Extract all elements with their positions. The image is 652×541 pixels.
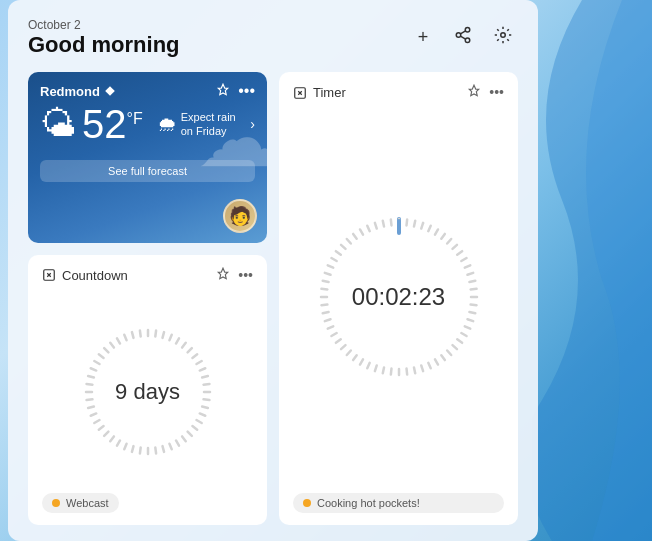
svg-line-79 [199,369,205,371]
svg-line-111 [98,355,103,359]
countdown-widget: Countdown ••• 9 days [28,255,267,526]
svg-line-98 [117,441,120,446]
svg-line-72 [162,332,164,338]
svg-line-88 [187,432,191,436]
svg-line-97 [124,444,126,450]
svg-line-40 [382,367,383,373]
timer-widget: Timer ••• 00:02 [279,72,518,525]
svg-line-42 [367,363,369,368]
svg-line-108 [88,376,94,378]
svg-line-52 [321,305,327,306]
share-button[interactable] [448,22,478,52]
svg-line-30 [452,345,456,349]
location-name: Redmond [40,84,100,99]
countdown-tag: Webcast [42,493,119,513]
svg-line-44 [353,355,357,360]
svg-line-20 [467,273,473,275]
weather-pin-icon[interactable] [216,83,230,100]
svg-line-14 [441,234,445,239]
svg-line-99 [110,437,114,442]
timer-title: Timer [293,85,346,100]
countdown-more-icon[interactable]: ••• [238,267,253,284]
settings-icon [494,26,512,49]
svg-line-73 [169,335,171,341]
temperature-value: 52 [82,102,127,146]
svg-line-41 [374,365,376,371]
widgets-panel: October 2 Good morning + [8,0,538,541]
svg-line-80 [202,376,208,378]
svg-line-115 [124,335,126,341]
svg-line-59 [335,251,340,255]
svg-line-100 [104,432,108,436]
rain-icon: 🌧 [157,113,177,136]
svg-line-39 [390,369,391,375]
svg-line-9 [406,219,407,225]
svg-line-3 [460,36,465,39]
svg-line-78 [196,361,201,364]
forecast-text: Expect rain on Friday [181,110,245,139]
svg-line-77 [192,355,197,359]
timer-more-icon[interactable]: ••• [489,84,504,101]
svg-line-33 [435,359,438,364]
svg-line-76 [187,348,191,352]
svg-line-56 [324,273,330,275]
svg-line-18 [461,258,466,261]
weather-location[interactable]: Redmond [40,84,116,99]
svg-line-25 [469,312,475,313]
countdown-pin-icon[interactable] [216,267,230,284]
svg-line-34 [428,363,430,368]
header-left: October 2 Good morning [28,18,180,58]
svg-line-28 [461,333,466,336]
svg-line-93 [155,448,156,454]
user-avatar: 🧑 [223,199,257,233]
svg-line-105 [86,400,92,401]
weather-more-icon[interactable]: ••• [238,82,255,100]
svg-line-109 [90,369,96,371]
svg-line-83 [203,400,209,401]
header-greeting: Good morning [28,32,180,58]
svg-line-29 [457,339,462,343]
header: October 2 Good morning + [28,18,518,58]
svg-line-36 [413,367,414,373]
svg-line-65 [374,223,376,229]
svg-point-0 [465,27,470,32]
svg-line-22 [470,289,476,290]
timer-header-icons: ••• [467,84,504,101]
svg-line-11 [421,223,423,229]
svg-point-1 [456,32,461,37]
timer-display: 00:02:23 [352,283,445,311]
svg-point-5 [501,32,506,37]
svg-line-64 [367,226,369,231]
svg-line-58 [331,258,336,261]
svg-line-43 [360,359,363,364]
svg-line-50 [324,319,330,321]
svg-line-102 [94,420,99,423]
svg-line-113 [110,343,114,348]
svg-line-51 [322,312,328,313]
svg-line-54 [321,289,327,290]
weather-top-bar: Redmond ••• [40,82,255,100]
win11-background-decoration [532,0,652,541]
svg-line-67 [390,219,391,225]
svg-line-45 [346,351,350,355]
temperature-unit: °F [127,110,143,127]
add-button[interactable]: + [408,22,438,52]
svg-line-112 [104,348,108,352]
settings-button[interactable] [488,22,518,52]
svg-line-37 [406,369,407,375]
share-icon [454,26,472,49]
countdown-circle-container: 9 days [42,292,253,494]
svg-point-2 [465,38,470,43]
svg-line-90 [176,441,179,446]
weather-forecast-section: 🌧 Expect rain on Friday › [157,110,255,139]
see-full-forecast-button[interactable]: See full forecast [40,160,255,182]
weather-top-icons: ••• [216,82,255,100]
timer-pin-icon[interactable] [467,84,481,101]
countdown-tag-label: Webcast [66,497,109,509]
svg-line-85 [199,414,205,416]
svg-line-12 [428,226,430,231]
weather-condition-icon: 🌤 [40,106,76,142]
header-date: October 2 [28,18,180,32]
svg-line-57 [327,265,332,267]
weather-temperature: 52°F [82,104,143,144]
